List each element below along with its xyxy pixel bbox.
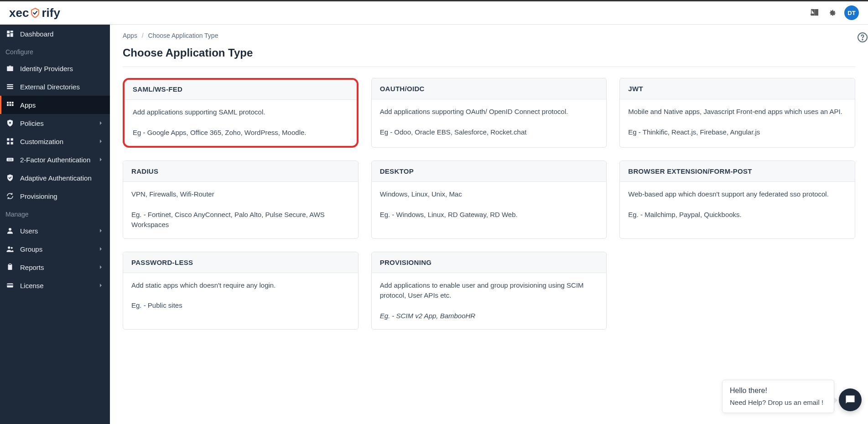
help-fab[interactable]	[839, 388, 862, 411]
sidebar-item-label: External Directories	[20, 83, 104, 91]
svg-point-22	[8, 246, 10, 248]
sidebar-item-policies[interactable]: Policies	[0, 114, 110, 132]
card-description: Add static apps which doesn't require an…	[131, 280, 350, 291]
svg-rect-10	[12, 102, 14, 103]
sidebar-item-label: 2-Factor Authentication	[20, 156, 92, 164]
help-icon[interactable]	[857, 32, 868, 43]
sidebar-item-identity-providers[interactable]: Identity Providers	[0, 59, 110, 78]
app-type-card[interactable]: OAUTH/OIDCAdd applications supporting OA…	[371, 78, 607, 148]
app-type-card[interactable]: DESKTOPWindows, Linux, Unix, MacEg. - Wi…	[371, 160, 607, 239]
help-popup-line2: Need Help? Drop us an email !	[730, 398, 826, 406]
logo-shield-icon	[30, 7, 41, 18]
svg-rect-1	[10, 31, 13, 32]
sidebar-item-license[interactable]: License	[0, 276, 110, 295]
card-title: OAUTH/OIDC	[372, 78, 607, 99]
app-type-card[interactable]: PROVISIONINGAdd applications to enable u…	[371, 252, 607, 330]
svg-rect-17	[7, 142, 9, 145]
badge-123-icon: 123	[5, 155, 15, 164]
sidebar-item-label: Reports	[20, 264, 92, 271]
card-example: Eg. - Public sites	[131, 300, 350, 311]
card-title: PROVISIONING	[372, 252, 607, 273]
briefcase-icon	[5, 64, 15, 73]
sidebar-item-label: Adaptive Authentication	[20, 174, 104, 182]
help-popup[interactable]: Hello there! Need Help? Drop us an email…	[722, 380, 834, 413]
cards-grid: SAML/WS-FEDAdd applications supporting S…	[123, 78, 855, 330]
grid-icon	[5, 100, 15, 109]
help-popup-arrow	[834, 397, 837, 404]
card-title: BROWSER EXTENSION/FORM-POST	[620, 161, 855, 182]
sidebar-item-customization[interactable]: Customization	[0, 132, 110, 150]
sidebar-item-provisioning[interactable]: Provisioning	[0, 187, 110, 205]
card-description: Add applications supporting SAML protoco…	[133, 107, 348, 118]
svg-text:123: 123	[8, 158, 12, 161]
svg-rect-3	[7, 34, 10, 37]
sidebar-item-groups[interactable]: Groups	[0, 240, 110, 258]
card-example: Eg - Odoo, Oracle EBS, Salesforce, Rocke…	[380, 127, 598, 138]
sidebar-item-dashboard[interactable]: Dashboard	[0, 25, 110, 43]
sidebar-item-users[interactable]: Users	[0, 222, 110, 240]
card-example: Eg. - Fortinet, Cisco AnyConnect, Palo A…	[131, 210, 350, 230]
app-type-card[interactable]: SAML/WS-FEDAdd applications supporting S…	[123, 78, 359, 148]
sidebar-item-2-factor-authentication[interactable]: 1232-Factor Authentication	[0, 150, 110, 169]
card-description: Add applications supporting OAuth/ OpenI…	[380, 107, 598, 117]
chevron-right-icon	[97, 245, 104, 253]
svg-rect-2	[10, 33, 13, 37]
app-type-card[interactable]: BROWSER EXTENSION/FORM-POSTWeb-based app…	[619, 160, 855, 239]
book-icon[interactable]	[810, 8, 820, 18]
card-body: Add static apps which doesn't require an…	[123, 273, 358, 319]
svg-rect-11	[7, 104, 9, 106]
sidebar-item-label: License	[20, 282, 92, 290]
app-type-card[interactable]: PASSWORD-LESSAdd static apps which doesn…	[123, 252, 359, 330]
header: xec rify DT	[0, 0, 868, 25]
logo-text-pre: xec	[9, 6, 29, 20]
card-example: Eg - Google Apps, Office 365, Zoho, Word…	[133, 128, 348, 138]
logo[interactable]: xec rify	[9, 6, 60, 20]
svg-rect-18	[11, 142, 13, 145]
chevron-right-icon	[97, 282, 104, 289]
sidebar-item-external-directories[interactable]: External Directories	[0, 78, 110, 96]
sidebar-item-label: Policies	[20, 119, 92, 127]
svg-rect-25	[9, 264, 11, 265]
card-title: RADIUS	[123, 161, 358, 182]
sidebar-item-reports[interactable]: Reports	[0, 258, 110, 276]
card-body: VPN, Firewalls, Wifi-RouterEg. - Fortine…	[123, 182, 358, 238]
breadcrumb-parent[interactable]: Apps	[123, 32, 137, 39]
app-type-card[interactable]: JWTMobile and Native apps, Javascript Fr…	[619, 78, 855, 148]
svg-rect-8	[7, 102, 9, 103]
svg-rect-5	[7, 84, 13, 85]
card-title: DESKTOP	[372, 161, 607, 182]
sidebar-item-label: Provisioning	[20, 192, 104, 200]
svg-point-14	[9, 122, 11, 124]
chevron-right-icon	[97, 264, 104, 271]
sidebar: DashboardConfigureIdentity ProvidersExte…	[0, 25, 110, 424]
card-body: Windows, Linux, Unix, MacEg. - Windows, …	[372, 182, 607, 228]
svg-point-21	[9, 228, 11, 231]
card-description: Web-based app which doesn't support any …	[628, 189, 847, 200]
logo-text-post: rify	[42, 6, 60, 20]
avatar[interactable]: DT	[844, 5, 859, 20]
card-title: JWT	[620, 78, 855, 99]
svg-rect-4	[7, 67, 13, 72]
svg-rect-9	[10, 102, 11, 103]
card-description: Mobile and Native apps, Javascript Front…	[628, 107, 847, 117]
sidebar-item-apps[interactable]: Apps	[0, 96, 110, 114]
user-icon	[5, 226, 15, 235]
svg-rect-15	[7, 138, 9, 140]
sidebar-item-adaptive-authentication[interactable]: Adaptive Authentication	[0, 169, 110, 187]
card-example: Eg. - SCIM v2 App, BambooHR	[380, 311, 598, 321]
app-type-card[interactable]: RADIUSVPN, Firewalls, Wifi-RouterEg. - F…	[123, 160, 359, 239]
svg-rect-16	[11, 138, 13, 140]
chevron-right-icon	[97, 156, 104, 163]
clipboard-icon	[5, 263, 15, 272]
puzzle-icon	[5, 137, 15, 146]
shield-cog-icon	[5, 119, 15, 128]
list-icon	[5, 82, 15, 91]
page-title: Choose Application Type	[123, 47, 855, 59]
card-example: Eg. - Windows, Linux, RD Gateway, RD Web…	[380, 210, 598, 220]
card-body: Mobile and Native apps, Javascript Front…	[620, 99, 855, 145]
svg-rect-13	[12, 104, 14, 106]
chevron-right-icon	[97, 119, 104, 127]
card-example: Eg - Thinkific, React.js, Firebase, Angu…	[628, 127, 847, 138]
gear-icon[interactable]	[827, 8, 837, 18]
card-description: Windows, Linux, Unix, Mac	[380, 189, 598, 200]
